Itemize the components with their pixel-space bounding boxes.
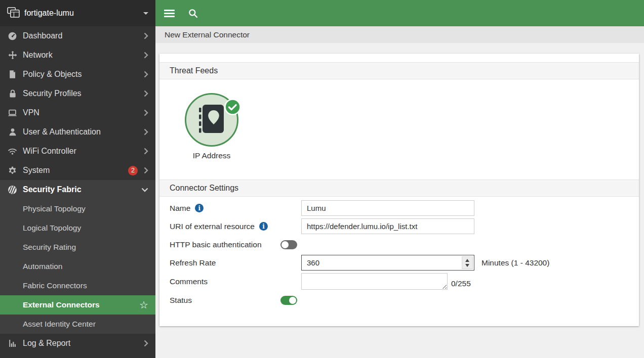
- section-header-threat-feeds: Threat Feeds: [159, 62, 639, 79]
- sidebar-item-fabric-connectors[interactable]: Fabric Connectors: [0, 276, 155, 295]
- address-book-icon: [197, 103, 226, 137]
- chevron-right-icon: [144, 109, 148, 116]
- name-label: Name: [170, 204, 190, 213]
- connector-form-card: Threat Feeds IP Address Connec: [159, 54, 639, 326]
- search-icon[interactable]: [188, 9, 198, 18]
- info-icon[interactable]: i: [195, 204, 204, 212]
- http-auth-label: HTTP basic authentication: [170, 240, 262, 249]
- chevron-right-icon: [144, 32, 148, 39]
- status-toggle[interactable]: [280, 296, 297, 305]
- resize-grip-icon[interactable]: [442, 284, 447, 289]
- refresh-rate-units: Minutes (1 - 43200): [481, 258, 549, 267]
- fabric-icon: [7, 185, 18, 195]
- status-row: Status: [170, 292, 629, 308]
- feed-tile-label: IP Address: [177, 151, 246, 160]
- section-header-connector-settings: Connector Settings: [159, 180, 639, 197]
- menu-icon[interactable]: [164, 10, 175, 17]
- sidebar-item-system[interactable]: System 2: [0, 161, 155, 180]
- topbar: [155, 0, 644, 26]
- feed-tile-ip-address[interactable]: IP Address: [177, 93, 246, 160]
- toggle-knob: [289, 297, 296, 304]
- sidebar-item-physical-topology[interactable]: Physical Topology: [0, 199, 155, 218]
- wifi-icon: [7, 146, 18, 157]
- policy-icon: [7, 69, 18, 80]
- toggle-knob: [281, 241, 289, 248]
- breadcrumb: New External Connector: [155, 26, 644, 43]
- sidebar-item-asset-identity-center[interactable]: Asset Identity Center: [0, 315, 155, 334]
- chevron-right-icon: [144, 52, 148, 59]
- page-title: New External Connector: [165, 30, 250, 39]
- sidebar-item-external-connectors[interactable]: External Connectors ☆: [0, 295, 155, 315]
- comments-char-counter: 0/255: [451, 279, 471, 290]
- refresh-rate-label: Refresh Rate: [170, 258, 216, 267]
- main-area: New External Connector Threat Feeds: [155, 0, 644, 358]
- chevron-right-icon: [144, 128, 148, 136]
- sidebar-item-log-report[interactable]: Log & Report: [0, 334, 155, 353]
- stepper-up-icon[interactable]: [465, 259, 469, 262]
- sidebar-item-policy-objects[interactable]: Policy & Objects: [0, 65, 155, 84]
- info-icon[interactable]: i: [259, 222, 268, 231]
- sidebar-item-vpn[interactable]: VPN: [0, 103, 155, 122]
- sidebar-item-dashboard[interactable]: Dashboard: [0, 26, 155, 46]
- gear-icon: [7, 165, 18, 176]
- check-badge-icon: [224, 99, 241, 117]
- comments-row: Comments 0/255: [170, 273, 629, 290]
- stepper-down-icon[interactable]: [465, 264, 469, 267]
- sidebar-item-network[interactable]: Network: [0, 46, 155, 65]
- hostname-selector[interactable]: fortigate-lumu: [0, 0, 155, 26]
- chevron-right-icon: [144, 167, 148, 174]
- uri-label: URI of external resource: [170, 222, 255, 231]
- connector-settings-form: Name i URI of external resource i HTTP b…: [159, 197, 639, 308]
- sidebar-item-security-profiles[interactable]: Security Profiles: [0, 84, 155, 103]
- http-auth-toggle[interactable]: [280, 240, 297, 249]
- laptop-icon: [7, 108, 18, 118]
- chevron-right-icon: [144, 71, 148, 78]
- window-stack-icon: [7, 7, 20, 20]
- uri-row: URI of external resource i: [170, 218, 629, 234]
- name-row: Name i: [170, 200, 629, 216]
- refresh-rate-input[interactable]: [301, 255, 474, 271]
- gauge-icon: [7, 31, 18, 41]
- content: Threat Feeds IP Address Connec: [155, 43, 644, 358]
- chevron-right-icon: [144, 148, 148, 155]
- sidebar-item-logical-topology[interactable]: Logical Topology: [0, 218, 155, 238]
- lock-icon: [7, 88, 18, 99]
- user-icon: [7, 127, 18, 138]
- security-fabric-section: Security Fabric Physical Topology Logica…: [0, 180, 155, 334]
- comments-label: Comments: [170, 277, 208, 286]
- chevron-down-icon: [141, 188, 148, 192]
- chevron-right-icon: [144, 90, 148, 97]
- chevron-right-icon: [144, 340, 148, 347]
- sidebar: fortigate-lumu Dashboard Network Policy …: [0, 0, 155, 358]
- sidebar-item-security-fabric[interactable]: Security Fabric: [0, 180, 155, 199]
- caret-down-icon: [143, 12, 148, 15]
- system-alert-badge: 2: [128, 166, 138, 175]
- sidebar-item-security-rating[interactable]: Security Rating: [0, 238, 155, 257]
- feed-type-list: IP Address: [159, 79, 639, 180]
- ip-address-tile-circle[interactable]: [185, 93, 238, 147]
- status-label: Status: [170, 296, 192, 305]
- uri-input[interactable]: [301, 218, 474, 234]
- move-icon: [7, 50, 18, 61]
- number-stepper[interactable]: [462, 256, 473, 269]
- sidebar-item-user-authentication[interactable]: User & Authentication: [0, 122, 155, 142]
- refresh-rate-row: Refresh Rate Minutes (1 - 43200): [170, 255, 629, 271]
- http-auth-row: HTTP basic authentication: [170, 237, 629, 252]
- chart-icon: [7, 338, 18, 349]
- star-icon[interactable]: ☆: [139, 300, 148, 310]
- sidebar-item-wifi-controller[interactable]: WiFi Controller: [0, 142, 155, 161]
- name-input[interactable]: [301, 200, 474, 216]
- hostname-label: fortigate-lumu: [24, 9, 74, 18]
- comments-textarea[interactable]: [301, 273, 448, 290]
- sidebar-item-automation[interactable]: Automation: [0, 257, 155, 276]
